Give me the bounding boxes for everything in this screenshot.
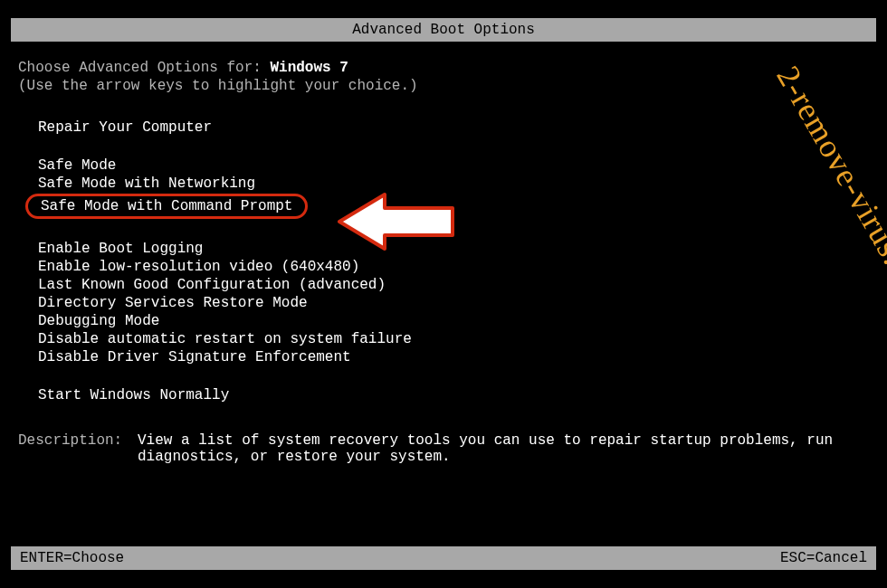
os-name: Windows 7 <box>270 60 348 76</box>
description-block: Description: View a list of system recov… <box>18 432 869 465</box>
window-title: Advanced Boot Options <box>352 22 535 38</box>
menu-item[interactable]: Enable low-resolution video (640x480) <box>38 259 359 275</box>
menu-item[interactable]: Disable automatic restart on system fail… <box>38 331 412 347</box>
hint-line: (Use the arrow keys to highlight your ch… <box>18 78 869 94</box>
menu-item[interactable]: Start Windows Normally <box>38 387 229 403</box>
menu-item[interactable]: Last Known Good Configuration (advanced) <box>38 277 386 293</box>
title-bar: Advanced Boot Options <box>11 18 876 42</box>
footer-bar: ENTER=Choose ESC=Cancel <box>11 546 876 570</box>
prompt-text: Choose Advanced Options for: <box>18 60 270 76</box>
description-text: View a list of system recovery tools you… <box>138 432 869 465</box>
menu-item[interactable]: Disable Driver Signature Enforcement <box>38 349 351 365</box>
menu-item[interactable]: Safe Mode with Networking <box>38 175 255 192</box>
description-label: Description: <box>18 432 138 465</box>
prompt-line: Choose Advanced Options for: Windows 7 <box>18 60 869 76</box>
menu-item[interactable]: Enable Boot Logging <box>38 241 203 257</box>
footer-enter: ENTER=Choose <box>20 550 124 566</box>
menu-group: Start Windows Normally <box>38 387 869 405</box>
menu-item[interactable]: Safe Mode <box>38 157 116 174</box>
menu-item[interactable]: Directory Services Restore Mode <box>38 295 308 311</box>
boot-menu[interactable]: Repair Your ComputerSafe ModeSafe Mode w… <box>18 119 869 405</box>
arrow-annotation-icon <box>335 190 462 258</box>
menu-group: Enable Boot LoggingEnable low-resolution… <box>38 241 869 367</box>
menu-item[interactable]: Safe Mode with Command Prompt <box>25 194 308 219</box>
footer-esc: ESC=Cancel <box>780 550 867 566</box>
menu-item[interactable]: Repair Your Computer <box>38 119 212 136</box>
menu-group: Repair Your Computer <box>38 119 869 138</box>
menu-item[interactable]: Debugging Mode <box>38 313 159 329</box>
